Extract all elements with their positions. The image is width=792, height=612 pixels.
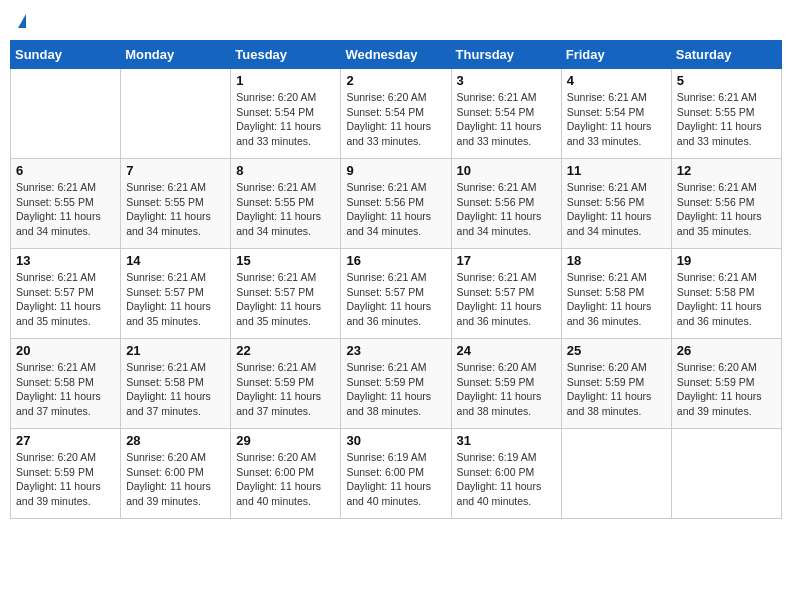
day-info: Sunrise: 6:20 AM Sunset: 5:54 PM Dayligh… bbox=[346, 90, 445, 149]
day-number: 8 bbox=[236, 163, 335, 178]
day-number: 20 bbox=[16, 343, 115, 358]
week-row-1: 1Sunrise: 6:20 AM Sunset: 5:54 PM Daylig… bbox=[11, 69, 782, 159]
calendar-cell: 6Sunrise: 6:21 AM Sunset: 5:55 PM Daylig… bbox=[11, 159, 121, 249]
day-number: 28 bbox=[126, 433, 225, 448]
day-number: 10 bbox=[457, 163, 556, 178]
calendar-cell: 13Sunrise: 6:21 AM Sunset: 5:57 PM Dayli… bbox=[11, 249, 121, 339]
day-info: Sunrise: 6:21 AM Sunset: 5:58 PM Dayligh… bbox=[677, 270, 776, 329]
day-number: 23 bbox=[346, 343, 445, 358]
day-number: 4 bbox=[567, 73, 666, 88]
calendar-cell: 8Sunrise: 6:21 AM Sunset: 5:55 PM Daylig… bbox=[231, 159, 341, 249]
day-info: Sunrise: 6:21 AM Sunset: 5:54 PM Dayligh… bbox=[457, 90, 556, 149]
calendar-cell: 11Sunrise: 6:21 AM Sunset: 5:56 PM Dayli… bbox=[561, 159, 671, 249]
day-info: Sunrise: 6:20 AM Sunset: 5:59 PM Dayligh… bbox=[16, 450, 115, 509]
day-info: Sunrise: 6:20 AM Sunset: 5:54 PM Dayligh… bbox=[236, 90, 335, 149]
calendar-cell: 12Sunrise: 6:21 AM Sunset: 5:56 PM Dayli… bbox=[671, 159, 781, 249]
calendar-cell: 28Sunrise: 6:20 AM Sunset: 6:00 PM Dayli… bbox=[121, 429, 231, 519]
week-row-3: 13Sunrise: 6:21 AM Sunset: 5:57 PM Dayli… bbox=[11, 249, 782, 339]
day-info: Sunrise: 6:19 AM Sunset: 6:00 PM Dayligh… bbox=[457, 450, 556, 509]
calendar-cell: 21Sunrise: 6:21 AM Sunset: 5:58 PM Dayli… bbox=[121, 339, 231, 429]
week-row-5: 27Sunrise: 6:20 AM Sunset: 5:59 PM Dayli… bbox=[11, 429, 782, 519]
day-header-monday: Monday bbox=[121, 41, 231, 69]
calendar-cell bbox=[561, 429, 671, 519]
day-info: Sunrise: 6:20 AM Sunset: 5:59 PM Dayligh… bbox=[677, 360, 776, 419]
day-info: Sunrise: 6:21 AM Sunset: 5:57 PM Dayligh… bbox=[457, 270, 556, 329]
day-info: Sunrise: 6:21 AM Sunset: 5:58 PM Dayligh… bbox=[567, 270, 666, 329]
calendar-cell: 18Sunrise: 6:21 AM Sunset: 5:58 PM Dayli… bbox=[561, 249, 671, 339]
day-number: 18 bbox=[567, 253, 666, 268]
day-number: 25 bbox=[567, 343, 666, 358]
day-number: 27 bbox=[16, 433, 115, 448]
calendar-cell: 16Sunrise: 6:21 AM Sunset: 5:57 PM Dayli… bbox=[341, 249, 451, 339]
day-info: Sunrise: 6:21 AM Sunset: 5:55 PM Dayligh… bbox=[236, 180, 335, 239]
day-info: Sunrise: 6:20 AM Sunset: 5:59 PM Dayligh… bbox=[567, 360, 666, 419]
day-info: Sunrise: 6:20 AM Sunset: 6:00 PM Dayligh… bbox=[126, 450, 225, 509]
day-number: 29 bbox=[236, 433, 335, 448]
calendar-cell bbox=[121, 69, 231, 159]
day-number: 11 bbox=[567, 163, 666, 178]
calendar-cell bbox=[671, 429, 781, 519]
logo-triangle-icon bbox=[18, 14, 26, 28]
calendar-cell: 27Sunrise: 6:20 AM Sunset: 5:59 PM Dayli… bbox=[11, 429, 121, 519]
calendar-cell: 24Sunrise: 6:20 AM Sunset: 5:59 PM Dayli… bbox=[451, 339, 561, 429]
day-info: Sunrise: 6:21 AM Sunset: 5:59 PM Dayligh… bbox=[236, 360, 335, 419]
calendar-table: SundayMondayTuesdayWednesdayThursdayFrid… bbox=[10, 40, 782, 519]
day-info: Sunrise: 6:20 AM Sunset: 6:00 PM Dayligh… bbox=[236, 450, 335, 509]
calendar-cell: 4Sunrise: 6:21 AM Sunset: 5:54 PM Daylig… bbox=[561, 69, 671, 159]
day-number: 12 bbox=[677, 163, 776, 178]
day-info: Sunrise: 6:21 AM Sunset: 5:59 PM Dayligh… bbox=[346, 360, 445, 419]
day-info: Sunrise: 6:21 AM Sunset: 5:56 PM Dayligh… bbox=[567, 180, 666, 239]
calendar-cell: 1Sunrise: 6:20 AM Sunset: 5:54 PM Daylig… bbox=[231, 69, 341, 159]
day-info: Sunrise: 6:21 AM Sunset: 5:55 PM Dayligh… bbox=[16, 180, 115, 239]
day-number: 30 bbox=[346, 433, 445, 448]
day-number: 13 bbox=[16, 253, 115, 268]
calendar-cell: 2Sunrise: 6:20 AM Sunset: 5:54 PM Daylig… bbox=[341, 69, 451, 159]
calendar-cell: 30Sunrise: 6:19 AM Sunset: 6:00 PM Dayli… bbox=[341, 429, 451, 519]
calendar-cell: 5Sunrise: 6:21 AM Sunset: 5:55 PM Daylig… bbox=[671, 69, 781, 159]
day-number: 15 bbox=[236, 253, 335, 268]
day-number: 26 bbox=[677, 343, 776, 358]
calendar-cell: 10Sunrise: 6:21 AM Sunset: 5:56 PM Dayli… bbox=[451, 159, 561, 249]
day-number: 5 bbox=[677, 73, 776, 88]
day-info: Sunrise: 6:21 AM Sunset: 5:57 PM Dayligh… bbox=[236, 270, 335, 329]
day-number: 24 bbox=[457, 343, 556, 358]
day-number: 14 bbox=[126, 253, 225, 268]
calendar-cell: 7Sunrise: 6:21 AM Sunset: 5:55 PM Daylig… bbox=[121, 159, 231, 249]
day-info: Sunrise: 6:21 AM Sunset: 5:57 PM Dayligh… bbox=[346, 270, 445, 329]
day-info: Sunrise: 6:19 AM Sunset: 6:00 PM Dayligh… bbox=[346, 450, 445, 509]
calendar-cell: 9Sunrise: 6:21 AM Sunset: 5:56 PM Daylig… bbox=[341, 159, 451, 249]
day-number: 1 bbox=[236, 73, 335, 88]
day-header-sunday: Sunday bbox=[11, 41, 121, 69]
page-header bbox=[10, 10, 782, 32]
day-number: 16 bbox=[346, 253, 445, 268]
day-info: Sunrise: 6:21 AM Sunset: 5:54 PM Dayligh… bbox=[567, 90, 666, 149]
day-info: Sunrise: 6:21 AM Sunset: 5:56 PM Dayligh… bbox=[346, 180, 445, 239]
day-info: Sunrise: 6:21 AM Sunset: 5:56 PM Dayligh… bbox=[677, 180, 776, 239]
day-info: Sunrise: 6:21 AM Sunset: 5:58 PM Dayligh… bbox=[16, 360, 115, 419]
day-info: Sunrise: 6:21 AM Sunset: 5:55 PM Dayligh… bbox=[126, 180, 225, 239]
day-header-saturday: Saturday bbox=[671, 41, 781, 69]
day-info: Sunrise: 6:21 AM Sunset: 5:57 PM Dayligh… bbox=[126, 270, 225, 329]
calendar-cell: 3Sunrise: 6:21 AM Sunset: 5:54 PM Daylig… bbox=[451, 69, 561, 159]
week-row-2: 6Sunrise: 6:21 AM Sunset: 5:55 PM Daylig… bbox=[11, 159, 782, 249]
calendar-cell: 23Sunrise: 6:21 AM Sunset: 5:59 PM Dayli… bbox=[341, 339, 451, 429]
day-header-tuesday: Tuesday bbox=[231, 41, 341, 69]
day-number: 31 bbox=[457, 433, 556, 448]
day-info: Sunrise: 6:21 AM Sunset: 5:55 PM Dayligh… bbox=[677, 90, 776, 149]
calendar-cell: 17Sunrise: 6:21 AM Sunset: 5:57 PM Dayli… bbox=[451, 249, 561, 339]
calendar-cell: 29Sunrise: 6:20 AM Sunset: 6:00 PM Dayli… bbox=[231, 429, 341, 519]
day-info: Sunrise: 6:21 AM Sunset: 5:58 PM Dayligh… bbox=[126, 360, 225, 419]
day-number: 21 bbox=[126, 343, 225, 358]
logo bbox=[16, 14, 26, 28]
day-number: 22 bbox=[236, 343, 335, 358]
calendar-cell: 26Sunrise: 6:20 AM Sunset: 5:59 PM Dayli… bbox=[671, 339, 781, 429]
day-number: 9 bbox=[346, 163, 445, 178]
day-info: Sunrise: 6:20 AM Sunset: 5:59 PM Dayligh… bbox=[457, 360, 556, 419]
calendar-cell: 14Sunrise: 6:21 AM Sunset: 5:57 PM Dayli… bbox=[121, 249, 231, 339]
calendar-cell: 22Sunrise: 6:21 AM Sunset: 5:59 PM Dayli… bbox=[231, 339, 341, 429]
day-number: 3 bbox=[457, 73, 556, 88]
calendar-cell: 20Sunrise: 6:21 AM Sunset: 5:58 PM Dayli… bbox=[11, 339, 121, 429]
calendar-cell: 19Sunrise: 6:21 AM Sunset: 5:58 PM Dayli… bbox=[671, 249, 781, 339]
day-number: 19 bbox=[677, 253, 776, 268]
calendar-header-row: SundayMondayTuesdayWednesdayThursdayFrid… bbox=[11, 41, 782, 69]
